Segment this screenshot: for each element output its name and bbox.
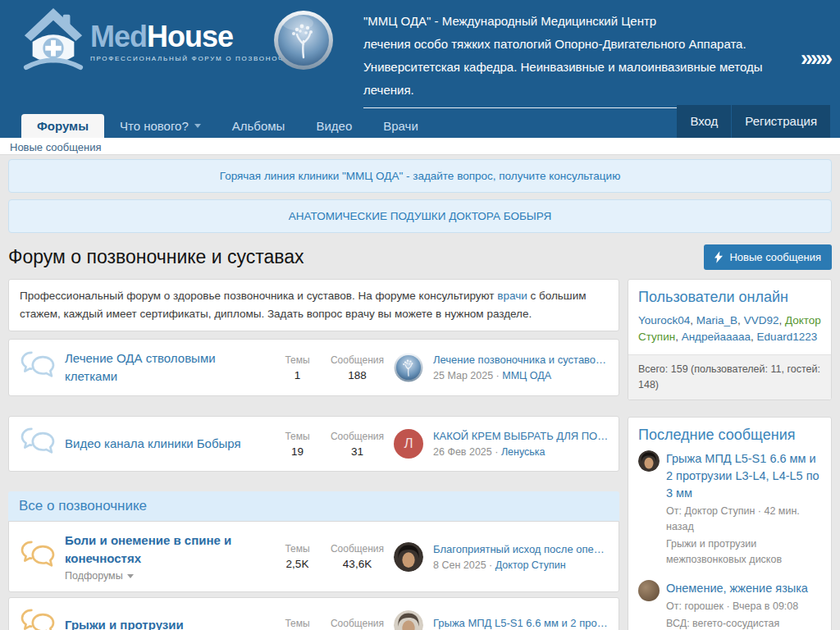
new-messages-button[interactable]: Новые сообщения	[704, 244, 832, 270]
stat-label: Темы	[267, 543, 327, 555]
tab-albums[interactable]: Альбомы	[217, 114, 301, 138]
online-user-link[interactable]: Yourock04	[638, 314, 690, 326]
doctors-link[interactable]: врачи	[497, 290, 527, 302]
clinic-line-1: "ММЦ ОДА" - Международный Медицинский Це…	[363, 10, 810, 33]
avatar[interactable]: Л	[394, 429, 423, 459]
login-button[interactable]: Вход	[677, 105, 731, 138]
description-text: Профессиональный форум о здоровье позвон…	[20, 290, 497, 302]
tab-forums[interactable]: Форумы	[21, 114, 104, 138]
tab-label: Форумы	[37, 119, 89, 133]
forum-list: Профессиональный форум о здоровье позвон…	[8, 279, 619, 630]
subnav-new-messages-link[interactable]: Новые сообщения	[10, 141, 102, 153]
forum-link[interactable]: Видео канала клиники Бобыря	[65, 435, 262, 453]
site-header: MedHouse ПРОФЕССИОНАЛЬНЫЙ ФОРУМ О ПОЗВОН…	[0, 0, 840, 138]
new-messages-button-label: Новые сообщения	[729, 251, 821, 263]
forum-node-main: Грыжи и протрузии	[65, 616, 267, 630]
forum-node-row: Боли и онемение в спине и конечностяхПод…	[8, 521, 619, 592]
tab-label: Альбомы	[232, 119, 285, 133]
latest-post-item: Грыжа МПД L5-S1 6.6 мм и 2 протрузии L3-…	[628, 448, 831, 578]
online-user-link[interactable]: Maria_B	[696, 314, 737, 326]
forum-node-row: Видео канала клиники БобыряТемы19Сообщен…	[8, 416, 619, 472]
chevron-down-icon	[127, 574, 134, 578]
last-post-link[interactable]: Благоприятный исход после опе…	[433, 543, 607, 555]
last-post-link[interactable]: Лечение позвоночника и суставо…	[433, 354, 607, 366]
stat-label: Сообщения	[327, 618, 387, 629]
node-stats: Темы1Сообщения188	[267, 354, 387, 381]
last-post-author[interactable]: Доктор Ступин	[495, 559, 566, 571]
clinic-more-chevron[interactable]: »»»	[801, 46, 830, 71]
last-post-author[interactable]: ММЦ ОДА	[502, 370, 551, 381]
house-logo-icon	[21, 7, 85, 77]
avatar[interactable]	[394, 610, 423, 630]
last-post-link[interactable]: КАКОЙ КРЕМ ВЫБРАТЬ ДЛЯ ПО…	[433, 430, 607, 442]
stat-label: Темы	[267, 431, 327, 442]
forum-icon-wrap	[21, 608, 65, 630]
avatar-letter: Л	[404, 436, 413, 452]
last-post-link[interactable]: Грыжа МПД L5-S1 6.6 мм и 2 про…	[433, 617, 607, 629]
clinic-badge-icon[interactable]	[273, 10, 334, 71]
stat: Темы	[267, 618, 327, 630]
tab-label: Врачи	[383, 119, 418, 133]
node-stats: ТемыСообщения	[267, 618, 387, 630]
avatar[interactable]	[394, 542, 423, 572]
chat-bubbles-icon	[21, 540, 55, 571]
tab-video[interactable]: Видео	[300, 114, 368, 138]
clinic-line-3: Университетская кафедра. Неинвазивные и …	[363, 56, 810, 108]
stat-label: Темы	[267, 618, 327, 629]
stat-label: Темы	[267, 354, 327, 366]
chevron-down-icon	[194, 124, 201, 128]
online-user-link[interactable]: Андрейааааа	[682, 331, 751, 343]
page-title: Форум о позвоночнике и суставах	[8, 246, 304, 268]
tab-doctors[interactable]: Врачи	[368, 114, 434, 138]
tab-label: Что нового?	[120, 119, 189, 133]
last-post-block: Грыжа МПД L5-S1 6.6 мм и 2 про…	[433, 617, 607, 630]
tab-label: Видео	[316, 119, 352, 133]
last-post-author[interactable]: Ленуська	[501, 446, 546, 458]
site-logo[interactable]: MedHouse ПРОФЕССИОНАЛЬНЫЙ ФОРУМ О ПОЗВОН…	[21, 7, 307, 77]
category-header[interactable]: Все о позвоночнике	[8, 491, 619, 521]
stat-label: Сообщения	[327, 354, 387, 366]
promo-banner-link[interactable]: Горячая линия клиники "ММЦ ОДА" - задайт…	[220, 170, 621, 182]
avatar[interactable]	[638, 580, 660, 601]
forum-link[interactable]: Боли и онемение в спине и конечностях	[65, 532, 262, 568]
last-post-meta: 26 Фев 2025 · Ленуська	[433, 446, 607, 458]
online-users-total: Всего: 159 (пользователей: 11, гостей: 1…	[628, 354, 831, 399]
stat-value: 31	[327, 445, 387, 458]
forum-node-main: Видео канала клиники Бобыря	[65, 435, 267, 453]
forum-node-row: Грыжи и протрузииТемыСообщенияГрыжа МПД …	[8, 597, 619, 630]
promo-banner: АНАТОМИЧЕСКИЕ ПОДУШКИ ДОКТОРА БОБЫРЯ	[8, 199, 832, 233]
stat-value: 2,5K	[267, 558, 327, 570]
sidebar: Пользователи онлайн Yourock04, Maria_B, …	[628, 279, 832, 630]
stat: Сообщения	[327, 618, 387, 630]
online-user-link[interactable]: VVD92	[744, 314, 779, 326]
chat-bubbles-icon	[21, 427, 55, 458]
last-post-avatar-wrap	[394, 542, 423, 572]
lightning-bolt-icon	[714, 251, 723, 263]
forum-link[interactable]: Грыжи и протрузии	[65, 616, 262, 630]
stat: Темы1	[267, 354, 327, 381]
stat: Сообщения188	[327, 354, 387, 381]
forum-node-main: Боли и онемение в спине и конечностяхПод…	[65, 532, 267, 582]
last-post-date: 26 Фев 2025 ·	[433, 446, 498, 458]
last-post-date: 8 Сен 2025 ·	[433, 559, 492, 571]
auth-buttons: Вход Регистрация	[677, 105, 830, 138]
online-user-link[interactable]: Eduard1223	[757, 331, 818, 343]
promo-banner-link[interactable]: АНАТОМИЧЕСКИЕ ПОДУШКИ ДОКТОРА БОБЫРЯ	[289, 210, 551, 222]
latest-post-link[interactable]: Грыжа МПД L5-S1 6.6 мм и 2 протрузии L3-…	[666, 450, 821, 502]
node-stats: Темы2,5KСообщения43,6K	[267, 543, 387, 570]
online-users-list: Yourock04, Maria_B, VVD92, Доктор Ступин…	[628, 310, 831, 354]
promo-banner: Горячая линия клиники "ММЦ ОДА" - задайт…	[8, 159, 832, 193]
register-button[interactable]: Регистрация	[731, 105, 830, 138]
forum-link[interactable]: Лечение ОДА стволовыми клетками	[65, 349, 262, 386]
avatar[interactable]	[638, 450, 660, 472]
subnav-bar: Новые сообщения	[0, 138, 840, 155]
last-post-avatar-wrap: Л	[394, 429, 423, 459]
tab-whats-new[interactable]: Что нового?	[104, 114, 217, 138]
clinic-description[interactable]: "ММЦ ОДА" - Международный Медицинский Це…	[363, 10, 810, 108]
node-stats: Темы19Сообщения31	[267, 431, 387, 458]
subforums-toggle[interactable]: Подфорумы	[65, 570, 262, 582]
latest-post-link[interactable]: Онемение, жжение языка	[666, 580, 821, 597]
widget-title: Пользователи онлайн	[628, 280, 831, 310]
stat: Сообщения31	[327, 431, 387, 458]
avatar[interactable]	[394, 353, 423, 382]
